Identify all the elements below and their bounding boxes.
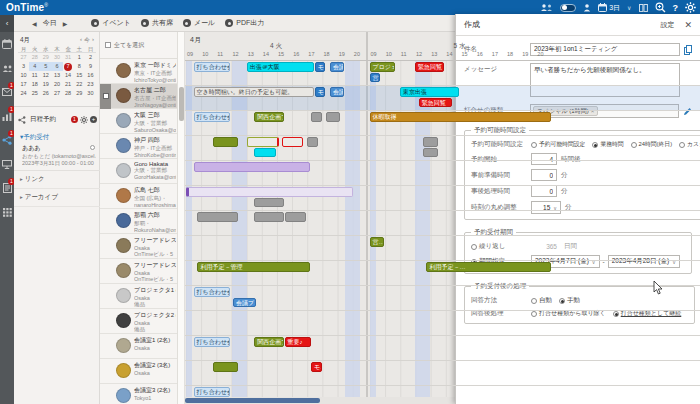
calendar-event[interactable] bbox=[197, 212, 238, 222]
radio-option[interactable]: 自動 bbox=[531, 296, 552, 305]
calendar-event[interactable] bbox=[311, 112, 321, 122]
calendar-event[interactable] bbox=[307, 137, 317, 147]
radio-icon[interactable] bbox=[631, 142, 637, 148]
calendar-event[interactable]: 休暇取得 bbox=[370, 112, 551, 122]
panel-settings-link[interactable]: 設定 bbox=[660, 20, 674, 30]
list-item[interactable]: 会議室1 (2名)Osaka bbox=[100, 334, 177, 359]
rail-item-desk-icon[interactable] bbox=[0, 152, 14, 176]
calendar-event[interactable]: 打ち合わせ会議 bbox=[194, 387, 231, 397]
calendar-event[interactable] bbox=[285, 212, 307, 222]
calendar-event[interactable] bbox=[282, 137, 304, 147]
calendar-event[interactable] bbox=[423, 137, 439, 147]
calendar-event[interactable]: モ… bbox=[315, 62, 325, 72]
period-to-select[interactable]: 2023年4月28日 (金)∨ bbox=[608, 255, 680, 268]
minical-day[interactable]: 27 bbox=[18, 53, 29, 62]
minical-day[interactable]: 17 bbox=[18, 80, 29, 89]
radio-option[interactable]: 業務時間 bbox=[592, 140, 623, 149]
calendar-event[interactable]: 打ち合わせ会議 bbox=[194, 62, 231, 72]
minical-day[interactable]: 15 bbox=[74, 71, 85, 80]
calendar-event[interactable]: 緊急回覧 bbox=[419, 98, 452, 108]
copy-icon[interactable] bbox=[684, 45, 692, 55]
list-item[interactable]: 広島 七郎全国 (広島)・nanaroHiroshima@ont... bbox=[100, 184, 177, 209]
minical-day[interactable]: 28 bbox=[29, 53, 40, 62]
calendar-event[interactable]: 営… bbox=[370, 237, 384, 247]
radio-option[interactable]: 24時間(終日) bbox=[631, 140, 673, 149]
start-input[interactable] bbox=[531, 153, 557, 165]
rail-item-apps-icon[interactable] bbox=[0, 200, 14, 224]
minical-day[interactable]: 27 bbox=[51, 89, 62, 98]
minical-next-button[interactable]: › bbox=[92, 36, 94, 45]
minical-day[interactable]: 18 bbox=[29, 80, 40, 89]
post-input[interactable] bbox=[531, 185, 557, 197]
list-item[interactable]: フリーアドレス1OsakaOnTimeビル・5 bbox=[100, 234, 177, 259]
calendar-event[interactable] bbox=[326, 112, 340, 122]
calendar-event[interactable] bbox=[254, 148, 276, 158]
list-item[interactable]: プロジェクタ2 (備品)Osaka備品 bbox=[100, 309, 177, 334]
repeat-radio[interactable] bbox=[471, 244, 477, 250]
layout-split-icon[interactable] bbox=[639, 4, 648, 12]
minical-prev-button[interactable]: ‹ bbox=[80, 36, 82, 45]
vertical-scrollbar[interactable] bbox=[178, 32, 185, 404]
minical-day[interactable]: 28 bbox=[63, 89, 74, 98]
calendar-event[interactable] bbox=[213, 362, 239, 372]
minical-day[interactable]: 8 bbox=[74, 62, 85, 71]
links-section-toggle[interactable]: ▸リンク bbox=[14, 171, 100, 189]
minical-day[interactable]: 16 bbox=[85, 71, 96, 80]
calendar-event[interactable]: 重要♪ bbox=[285, 337, 311, 347]
prep-input[interactable] bbox=[531, 169, 557, 181]
rail-item-stats-icon[interactable]: 1 bbox=[0, 104, 14, 128]
list-item[interactable]: プロジェクタ1 (備品)Osaka備品 bbox=[100, 284, 177, 309]
rounding-select[interactable]: 15∨ bbox=[531, 201, 561, 214]
horizontal-scrollbar-thumb[interactable] bbox=[185, 398, 320, 403]
booking-item-radio[interactable] bbox=[90, 145, 95, 150]
minical-day[interactable]: 6 bbox=[51, 62, 62, 71]
minical-day[interactable]: 2 bbox=[85, 53, 96, 62]
radio-icon[interactable] bbox=[679, 142, 685, 148]
minical-today-button[interactable]: 今 bbox=[84, 36, 90, 45]
minical-day[interactable]: 20 bbox=[51, 80, 62, 89]
calendar-event[interactable] bbox=[247, 137, 279, 147]
chevron-down-icon[interactable]: ∨ bbox=[627, 4, 631, 11]
minical-day[interactable]: 31 bbox=[63, 53, 74, 62]
minical-day[interactable]: 10 bbox=[18, 71, 29, 80]
minical-day[interactable]: 22 bbox=[74, 80, 85, 89]
scheduling-gear-icon[interactable] bbox=[80, 110, 88, 128]
list-item[interactable]: 神戸 四郎神戸・IT企画部ShiroKobe@ontimede... bbox=[100, 134, 177, 159]
calendar-event[interactable]: 出張＠大阪 bbox=[247, 62, 314, 72]
calendar-event[interactable]: 打ち合わせ会議 bbox=[194, 337, 231, 347]
minical-day[interactable]: 5 bbox=[40, 62, 51, 71]
row-checkbox[interactable] bbox=[103, 93, 109, 99]
minical-day[interactable]: 13 bbox=[51, 71, 62, 80]
calendar-event[interactable] bbox=[194, 162, 311, 172]
calendar-event[interactable] bbox=[423, 148, 439, 158]
day-body[interactable]: 打ち合わせ会議出張＠大阪モ…会議…空き時間狙い。終日の予定も可能。モ…会議…打ち… bbox=[186, 60, 366, 404]
minical-day[interactable]: 25 bbox=[29, 89, 40, 98]
minical-day[interactable]: 4 bbox=[29, 62, 40, 71]
calendar-event[interactable] bbox=[186, 187, 353, 197]
radio-icon[interactable] bbox=[531, 298, 537, 304]
minical-day[interactable]: 30 bbox=[85, 89, 96, 98]
list-item[interactable]: 那覇 六郎那覇・RokuroNaha@ontimed... bbox=[100, 209, 177, 234]
toolbar-button-3[interactable]: PDF出力 bbox=[225, 18, 264, 28]
minical-day[interactable]: 19 bbox=[40, 80, 51, 89]
horizontal-scrollbar[interactable] bbox=[185, 397, 455, 404]
calendar-event[interactable]: 利用予定－管理 bbox=[197, 262, 310, 272]
select-all-row[interactable]: 全てを選択 bbox=[100, 32, 177, 59]
calendar-event[interactable]: 営… bbox=[370, 73, 380, 83]
minical-day[interactable]: 24 bbox=[18, 89, 29, 98]
minical-day[interactable]: 12 bbox=[40, 71, 51, 80]
calendar-event[interactable]: 打ち合わせ会議 bbox=[194, 287, 231, 297]
calendar-event[interactable]: 会議… bbox=[330, 62, 344, 72]
minical-day[interactable]: 30 bbox=[51, 53, 62, 62]
search-icon[interactable] bbox=[655, 2, 666, 13]
add-schedule-icon[interactable]: + bbox=[90, 116, 97, 123]
list-item[interactable]: 東京 一郎ドミノ東京・IT企画部IchiroTokyo@ontimed... bbox=[100, 59, 177, 84]
help-icon[interactable]: ? bbox=[673, 3, 679, 13]
calendar-event[interactable]: モ… bbox=[315, 87, 325, 97]
list-item[interactable]: 名古屋 二郎名古屋・IT企画部JiroNagoya@ontimede... bbox=[100, 84, 177, 109]
calendar-event[interactable]: 利用予定－… bbox=[426, 262, 550, 272]
list-item[interactable]: 大阪 三郎大阪・営業部SaburoOsaka@ontima... bbox=[100, 109, 177, 134]
minical-day[interactable]: 29 bbox=[74, 89, 85, 98]
radio-option[interactable]: 手動 bbox=[559, 296, 580, 305]
minical-day[interactable]: 3 bbox=[18, 62, 29, 71]
